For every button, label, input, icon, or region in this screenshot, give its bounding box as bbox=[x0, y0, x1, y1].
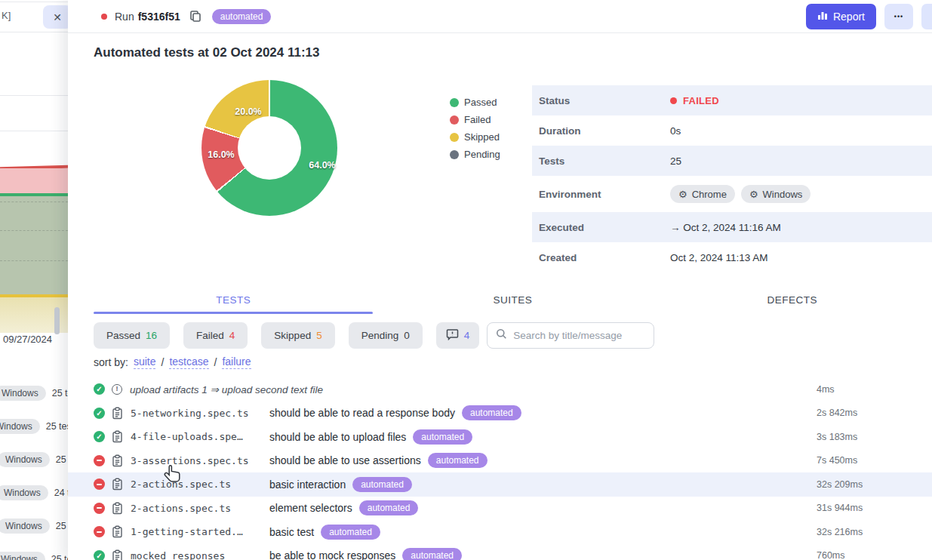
filter-count: 5 bbox=[316, 330, 322, 341]
run-label: Run bbox=[115, 11, 134, 23]
testcase-icon bbox=[112, 430, 123, 443]
test-list: ! upload artifacts 1 ⇒ upload second tex… bbox=[68, 377, 932, 560]
test-row[interactable]: 4-file-uploads.spe… should be able to up… bbox=[68, 425, 932, 449]
sort-prefix: sort by: bbox=[94, 356, 128, 368]
tab-bar: TESTS SUITES DEFECTS bbox=[94, 286, 932, 314]
legend-item-failed: Failed bbox=[450, 111, 500, 128]
bar-chart-icon bbox=[817, 11, 828, 23]
scrollbar-thumb[interactable] bbox=[54, 307, 60, 334]
automated-badge: automated bbox=[413, 429, 472, 445]
filter-bar: Passed16 Failed4 Skipped5 Pending0 4 bbox=[94, 322, 654, 349]
test-row[interactable]: mocked responses be able to mock respons… bbox=[68, 544, 932, 560]
more-button[interactable]: ••• bbox=[884, 4, 913, 29]
detail-row-created: Created Oct 2, 2024 11:13 AM bbox=[532, 242, 932, 272]
run-list-item[interactable]: Windows25 tes bbox=[0, 552, 77, 560]
sort-by-suite-link[interactable]: suite bbox=[134, 355, 156, 369]
status-failed-icon bbox=[94, 455, 105, 466]
sort-by-testcase-link[interactable]: testcase bbox=[169, 355, 208, 369]
filter-label: Failed bbox=[196, 330, 224, 341]
filter-label: Skipped bbox=[274, 330, 311, 341]
test-file: 2-actions.spec.ts bbox=[131, 503, 269, 514]
test-row[interactable]: 2-actions.spec.ts element selectors auto… bbox=[68, 497, 932, 521]
test-row[interactable]: 5-networking.spec.ts should be able to r… bbox=[68, 402, 932, 426]
env-badge: Windows bbox=[0, 419, 40, 434]
search-box bbox=[487, 322, 654, 349]
status-failed-icon bbox=[94, 503, 105, 514]
tab-tests[interactable]: TESTS bbox=[94, 286, 373, 314]
test-duration: 2s 842ms bbox=[817, 408, 857, 418]
env-badge-windows[interactable]: ⚙Windows bbox=[741, 185, 811, 203]
sort-bar: sort by: suite / testcase / failure bbox=[94, 355, 251, 369]
test-row[interactable]: 1-getting-started.… basic test automated… bbox=[68, 520, 932, 544]
test-title: should be able to upload files bbox=[269, 431, 406, 443]
legend-dot bbox=[450, 150, 459, 159]
test-row[interactable]: 3-assertions.spec.ts should be able to u… bbox=[68, 449, 932, 473]
legend-label: Passed bbox=[464, 97, 497, 108]
status-passed-icon bbox=[94, 431, 105, 442]
gridline bbox=[0, 230, 68, 231]
comment-count: 4 bbox=[464, 330, 470, 341]
run-status-dot bbox=[101, 14, 107, 20]
report-button[interactable]: Report bbox=[806, 4, 876, 29]
ellipsis-icon: ••• bbox=[894, 13, 903, 20]
testcase-icon bbox=[112, 549, 123, 560]
detail-label: Created bbox=[532, 252, 670, 263]
test-title: should be able to use assertions bbox=[269, 454, 421, 466]
test-duration: 7s 450ms bbox=[817, 455, 857, 466]
filter-comments-button[interactable]: 4 bbox=[436, 322, 480, 349]
divider bbox=[0, 131, 68, 131]
test-title: basic interaction bbox=[269, 478, 346, 491]
filter-pending-button[interactable]: Pending0 bbox=[349, 322, 423, 349]
test-file: 1-getting-started.… bbox=[131, 526, 269, 537]
background-page: K] ✕ 09/27/2024 Windows25 test Windows25… bbox=[0, 0, 68, 560]
comment-alert-icon bbox=[446, 328, 459, 343]
env-badge-chrome[interactable]: ⚙Chrome bbox=[670, 185, 735, 203]
test-duration: 32s 209ms bbox=[817, 479, 863, 490]
failed-trend-area bbox=[0, 168, 68, 193]
test-row[interactable]: 2-actions.spec.ts basic interaction auto… bbox=[68, 472, 932, 497]
filter-label: Passed bbox=[106, 330, 140, 341]
sort-by-failure-link[interactable]: failure bbox=[222, 355, 251, 369]
legend-label: Skipped bbox=[464, 131, 500, 143]
detail-row-tests: Tests 25 bbox=[532, 146, 932, 176]
slice-label-skipped: 20.0% bbox=[235, 106, 261, 117]
test-duration: 4ms bbox=[817, 384, 835, 395]
test-row[interactable]: ! upload artifacts 1 ⇒ upload second tex… bbox=[68, 377, 932, 402]
separator: / bbox=[214, 356, 217, 368]
run-detail-drawer: Run f5316f51 automated Report ••• Automa… bbox=[68, 0, 932, 560]
copy-icon[interactable] bbox=[189, 10, 201, 23]
tab-suites[interactable]: SUITES bbox=[373, 286, 652, 314]
search-input[interactable] bbox=[513, 330, 645, 341]
slice-label-passed: 64.0% bbox=[309, 160, 335, 171]
detail-value: 25 bbox=[670, 155, 681, 167]
filter-failed-button[interactable]: Failed4 bbox=[183, 322, 248, 349]
partial-button[interactable] bbox=[921, 4, 932, 29]
passed-trend-area bbox=[0, 196, 68, 294]
detail-row-status: Status FAILED bbox=[532, 85, 932, 115]
run-list-item[interactable]: Windows25 test bbox=[0, 419, 74, 434]
detail-label: Executed bbox=[532, 222, 670, 233]
detail-row-duration: Duration 0s bbox=[532, 115, 932, 146]
legend-item-passed: Passed bbox=[450, 94, 500, 111]
filter-count: 4 bbox=[229, 330, 235, 341]
test-duration: 31s 944ms bbox=[817, 503, 863, 513]
tab-defects[interactable]: DEFECTS bbox=[653, 286, 932, 314]
detail-row-executed: Executed → Oct 2, 2024 11:16 AM bbox=[532, 212, 932, 242]
filter-label: Pending bbox=[361, 330, 399, 341]
legend-item-skipped: Skipped bbox=[450, 128, 500, 146]
test-duration: 760ms bbox=[817, 550, 845, 560]
filter-skipped-button[interactable]: Skipped5 bbox=[261, 322, 334, 349]
testcase-icon bbox=[112, 525, 123, 538]
filter-passed-button[interactable]: Passed16 bbox=[94, 322, 170, 349]
legend-item-pending: Pending bbox=[450, 146, 500, 163]
report-button-label: Report bbox=[833, 11, 865, 23]
results-donut-chart: 64.0% 16.0% 20.0% bbox=[201, 80, 337, 216]
legend-dot bbox=[450, 98, 459, 107]
step-alert-icon: ! bbox=[112, 384, 122, 395]
legend-dot bbox=[450, 133, 459, 142]
automated-badge: automated bbox=[359, 500, 419, 515]
divider bbox=[0, 2, 68, 2]
gear-icon: ⚙ bbox=[678, 189, 687, 199]
detail-value: 0s bbox=[670, 125, 681, 137]
search-icon bbox=[496, 328, 507, 343]
